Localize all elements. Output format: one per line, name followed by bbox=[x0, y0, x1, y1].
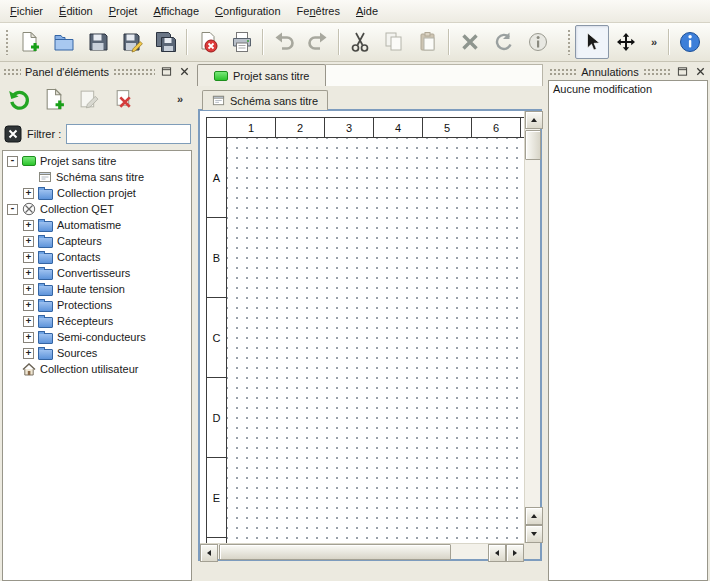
save-as-button[interactable] bbox=[115, 25, 149, 59]
panel-toolbar-overflow-button[interactable]: » bbox=[170, 84, 190, 114]
close-icon bbox=[179, 66, 190, 77]
vertical-scroll-track[interactable] bbox=[525, 129, 540, 507]
horizontal-scroll-track[interactable] bbox=[218, 544, 488, 559]
expander-icon[interactable]: + bbox=[23, 284, 34, 295]
toolbar-drag-handle[interactable] bbox=[5, 29, 10, 55]
new-document-button[interactable] bbox=[13, 25, 47, 59]
tree-item-sources[interactable]: + Sources bbox=[3, 345, 191, 361]
select-mode-button[interactable] bbox=[575, 25, 609, 59]
clear-filter-button[interactable] bbox=[3, 125, 22, 144]
scroll-left-button-2[interactable] bbox=[488, 544, 506, 562]
horizontal-scrollbar[interactable] bbox=[200, 543, 524, 559]
close-panel-button[interactable] bbox=[693, 65, 707, 79]
redo-button[interactable] bbox=[301, 25, 335, 59]
row-header: C bbox=[207, 298, 227, 378]
paste-button[interactable] bbox=[411, 25, 445, 59]
menu-affichage[interactable]: Affichage bbox=[145, 0, 207, 22]
menubar: Fichier Édition Projet Affichage Configu… bbox=[0, 0, 710, 23]
scroll-up-button[interactable] bbox=[525, 111, 543, 129]
menu-fichier[interactable]: Fichier bbox=[2, 0, 51, 22]
cut-button[interactable] bbox=[343, 25, 377, 59]
schema-viewport[interactable]: 1 2 3 4 5 6 A B C D E bbox=[200, 111, 524, 543]
undo-panel: Annulations Aucune modification bbox=[546, 62, 710, 581]
tab-projet-sans-titre[interactable]: Projet sans titre bbox=[197, 64, 326, 86]
pan-mode-button[interactable] bbox=[609, 25, 643, 59]
tree-item-recepteurs[interactable]: + Récepteurs bbox=[3, 313, 191, 329]
tree-item-collection-projet[interactable]: + Collection projet bbox=[3, 185, 191, 201]
tab-schema-sans-titre[interactable]: Schéma sans titre bbox=[202, 90, 328, 110]
menu-configuration[interactable]: Configuration bbox=[207, 0, 288, 22]
undo-history-list[interactable]: Aucune modification bbox=[548, 80, 708, 581]
expander-icon[interactable]: - bbox=[7, 156, 18, 167]
scroll-up-button-2[interactable] bbox=[525, 507, 543, 525]
close-panel-button[interactable] bbox=[177, 65, 191, 79]
menu-projet[interactable]: Projet bbox=[101, 0, 146, 22]
toolbar-overflow-button[interactable]: » bbox=[643, 25, 665, 59]
tree-item-projet-sans-titre[interactable]: - Projet sans titre bbox=[3, 153, 191, 169]
delete-element-button[interactable] bbox=[109, 84, 139, 114]
schema-grid-canvas[interactable] bbox=[227, 138, 524, 543]
scroll-down-button[interactable] bbox=[525, 525, 543, 543]
toolbar-drag-handle[interactable] bbox=[567, 29, 572, 55]
horizontal-scroll-thumb[interactable] bbox=[219, 544, 451, 560]
tree-item-automatisme[interactable]: + Automatisme bbox=[3, 217, 191, 233]
vertical-scrollbar[interactable] bbox=[524, 111, 540, 543]
expander-icon[interactable]: + bbox=[23, 332, 34, 343]
tree-item-collection-utilisateur[interactable]: Collection utilisateur bbox=[3, 361, 191, 377]
rotate-button[interactable] bbox=[487, 25, 521, 59]
save-all-button[interactable] bbox=[149, 25, 183, 59]
project-icon bbox=[22, 156, 36, 166]
undo-list-item[interactable]: Aucune modification bbox=[553, 83, 703, 95]
dock-drag-handle[interactable] bbox=[549, 68, 577, 76]
delete-button[interactable] bbox=[453, 25, 487, 59]
menu-edition[interactable]: Édition bbox=[51, 0, 101, 22]
undo-button[interactable] bbox=[267, 25, 301, 59]
print-button[interactable] bbox=[225, 25, 259, 59]
folder-icon bbox=[38, 250, 53, 264]
tree-item-contacts[interactable]: + Contacts bbox=[3, 249, 191, 265]
tree-item-semi-conducteurs[interactable]: + Semi-conducteurs bbox=[3, 329, 191, 345]
tree-item-haute-tension[interactable]: + Haute tension bbox=[3, 281, 191, 297]
expander-icon[interactable]: + bbox=[23, 220, 34, 231]
copy-button[interactable] bbox=[377, 25, 411, 59]
filter-input[interactable] bbox=[66, 124, 191, 144]
expander-icon[interactable]: + bbox=[23, 252, 34, 263]
expander-icon[interactable]: + bbox=[23, 188, 34, 199]
expander-icon[interactable]: + bbox=[23, 236, 34, 247]
close-project-button[interactable] bbox=[191, 25, 225, 59]
expander-icon[interactable]: + bbox=[23, 316, 34, 327]
menu-aide[interactable]: Aide bbox=[348, 0, 386, 22]
tree-item-protections[interactable]: + Protections bbox=[3, 297, 191, 313]
scroll-left-button[interactable] bbox=[200, 544, 218, 562]
tree-item-schema-sans-titre[interactable]: Schéma sans titre bbox=[3, 169, 191, 185]
column-header: 4 bbox=[374, 118, 423, 138]
expander-icon[interactable]: - bbox=[7, 204, 18, 215]
float-panel-button[interactable] bbox=[675, 65, 689, 79]
properties-button[interactable] bbox=[521, 25, 555, 59]
expander-icon[interactable]: + bbox=[23, 348, 34, 359]
edit-element-button[interactable] bbox=[74, 84, 104, 114]
save-all-icon bbox=[155, 31, 177, 53]
tree-item-label: Récepteurs bbox=[57, 315, 113, 327]
menu-fenetres[interactable]: Fenêtres bbox=[289, 0, 348, 22]
arrow-right-icon bbox=[513, 550, 517, 556]
dock-drag-handle[interactable] bbox=[113, 68, 155, 76]
vertical-scroll-thumb[interactable] bbox=[525, 130, 541, 160]
elements-panel-titlebar[interactable]: Panel d'éléments bbox=[2, 62, 192, 80]
open-project-button[interactable] bbox=[47, 25, 81, 59]
tree-item-capteurs[interactable]: + Capteurs bbox=[3, 233, 191, 249]
scroll-right-button[interactable] bbox=[506, 544, 524, 562]
save-button[interactable] bbox=[81, 25, 115, 59]
dock-drag-handle[interactable] bbox=[3, 68, 21, 76]
schema-icon bbox=[38, 170, 52, 184]
about-button[interactable] bbox=[673, 25, 707, 59]
reload-collections-button[interactable] bbox=[4, 84, 34, 114]
dock-drag-handle[interactable] bbox=[643, 68, 671, 76]
undo-panel-titlebar[interactable]: Annulations bbox=[548, 62, 708, 80]
expander-icon[interactable]: + bbox=[23, 300, 34, 311]
tree-item-collection-qet[interactable]: - Collection QET bbox=[3, 201, 191, 217]
new-element-button[interactable] bbox=[39, 84, 69, 114]
tree-item-convertisseurs[interactable]: + Convertisseurs bbox=[3, 265, 191, 281]
float-panel-button[interactable] bbox=[159, 65, 173, 79]
expander-icon[interactable]: + bbox=[23, 268, 34, 279]
